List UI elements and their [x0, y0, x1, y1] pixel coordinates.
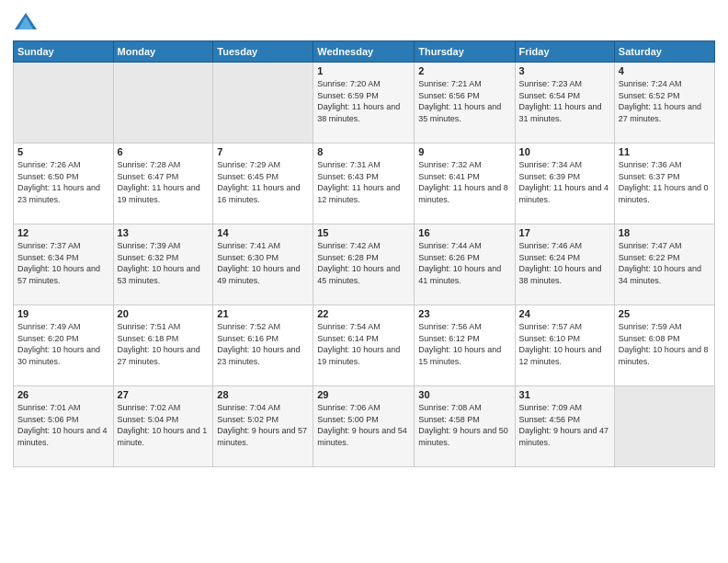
day-number: 12 — [17, 227, 109, 238]
day-number: 26 — [17, 389, 109, 400]
calendar-cell: 29Sunrise: 7:06 AM Sunset: 5:00 PM Dayli… — [313, 386, 415, 467]
calendar-cell: 21Sunrise: 7:52 AM Sunset: 6:16 PM Dayli… — [213, 305, 313, 386]
calendar-cell: 6Sunrise: 7:28 AM Sunset: 6:47 PM Daylig… — [113, 144, 213, 224]
calendar-cell: 16Sunrise: 7:44 AM Sunset: 6:26 PM Dayli… — [415, 224, 515, 305]
day-info: Sunrise: 7:34 AM Sunset: 6:39 PM Dayligh… — [519, 159, 610, 205]
column-header-tuesday: Tuesday — [213, 41, 313, 63]
day-number: 31 — [519, 389, 610, 400]
day-info: Sunrise: 7:56 AM Sunset: 6:12 PM Dayligh… — [418, 321, 510, 367]
day-number: 8 — [317, 146, 410, 157]
day-info: Sunrise: 7:57 AM Sunset: 6:10 PM Dayligh… — [519, 321, 610, 367]
calendar: SundayMondayTuesdayWednesdayThursdayFrid… — [13, 40, 715, 467]
header — [13, 9, 715, 35]
day-number: 17 — [519, 227, 610, 238]
day-number: 14 — [217, 227, 309, 238]
day-info: Sunrise: 7:20 AM Sunset: 6:59 PM Dayligh… — [317, 78, 410, 124]
logo-icon — [13, 9, 39, 35]
calendar-cell: 26Sunrise: 7:01 AM Sunset: 5:06 PM Dayli… — [14, 386, 114, 467]
calendar-cell: 9Sunrise: 7:32 AM Sunset: 6:41 PM Daylig… — [415, 144, 515, 224]
calendar-week-3: 12Sunrise: 7:37 AM Sunset: 6:34 PM Dayli… — [14, 224, 715, 305]
day-info: Sunrise: 7:41 AM Sunset: 6:30 PM Dayligh… — [217, 240, 309, 286]
calendar-cell: 12Sunrise: 7:37 AM Sunset: 6:34 PM Dayli… — [14, 224, 114, 305]
calendar-cell: 27Sunrise: 7:02 AM Sunset: 5:04 PM Dayli… — [113, 386, 213, 467]
day-number: 28 — [217, 389, 309, 400]
day-number: 2 — [418, 65, 510, 76]
calendar-cell: 17Sunrise: 7:46 AM Sunset: 6:24 PM Dayli… — [515, 224, 614, 305]
calendar-cell: 22Sunrise: 7:54 AM Sunset: 6:14 PM Dayli… — [313, 305, 415, 386]
calendar-cell: 14Sunrise: 7:41 AM Sunset: 6:30 PM Dayli… — [213, 224, 313, 305]
calendar-cell: 30Sunrise: 7:08 AM Sunset: 4:58 PM Dayli… — [415, 386, 515, 467]
day-info: Sunrise: 7:02 AM Sunset: 5:04 PM Dayligh… — [118, 402, 210, 448]
calendar-cell: 15Sunrise: 7:42 AM Sunset: 6:28 PM Dayli… — [313, 224, 415, 305]
day-number: 4 — [619, 65, 711, 76]
day-info: Sunrise: 7:29 AM Sunset: 6:45 PM Dayligh… — [217, 159, 309, 205]
column-header-friday: Friday — [515, 41, 614, 63]
day-number: 29 — [317, 389, 410, 400]
column-header-monday: Monday — [113, 41, 213, 63]
day-info: Sunrise: 7:37 AM Sunset: 6:34 PM Dayligh… — [17, 240, 109, 286]
calendar-week-1: 1Sunrise: 7:20 AM Sunset: 6:59 PM Daylig… — [14, 63, 715, 144]
column-header-saturday: Saturday — [614, 41, 714, 63]
calendar-cell: 31Sunrise: 7:09 AM Sunset: 4:56 PM Dayli… — [515, 386, 614, 467]
calendar-cell: 23Sunrise: 7:56 AM Sunset: 6:12 PM Dayli… — [415, 305, 515, 386]
column-header-sunday: Sunday — [14, 41, 114, 63]
day-info: Sunrise: 7:28 AM Sunset: 6:47 PM Dayligh… — [118, 159, 210, 205]
day-number: 25 — [619, 308, 711, 319]
day-info: Sunrise: 7:49 AM Sunset: 6:20 PM Dayligh… — [17, 321, 109, 367]
day-number: 22 — [317, 308, 410, 319]
day-number: 11 — [619, 146, 711, 157]
day-number: 6 — [118, 146, 210, 157]
calendar-week-2: 5Sunrise: 7:26 AM Sunset: 6:50 PM Daylig… — [14, 144, 715, 224]
day-number: 7 — [217, 146, 309, 157]
day-number: 9 — [418, 146, 510, 157]
calendar-cell: 5Sunrise: 7:26 AM Sunset: 6:50 PM Daylig… — [14, 144, 114, 224]
calendar-cell — [113, 63, 213, 144]
logo — [13, 9, 42, 35]
day-info: Sunrise: 7:08 AM Sunset: 4:58 PM Dayligh… — [418, 402, 510, 448]
day-info: Sunrise: 7:46 AM Sunset: 6:24 PM Dayligh… — [519, 240, 610, 286]
calendar-week-4: 19Sunrise: 7:49 AM Sunset: 6:20 PM Dayli… — [14, 305, 715, 386]
day-info: Sunrise: 7:26 AM Sunset: 6:50 PM Dayligh… — [17, 159, 109, 205]
calendar-cell: 7Sunrise: 7:29 AM Sunset: 6:45 PM Daylig… — [213, 144, 313, 224]
calendar-week-5: 26Sunrise: 7:01 AM Sunset: 5:06 PM Dayli… — [14, 386, 715, 467]
day-info: Sunrise: 7:51 AM Sunset: 6:18 PM Dayligh… — [118, 321, 210, 367]
day-info: Sunrise: 7:42 AM Sunset: 6:28 PM Dayligh… — [317, 240, 410, 286]
day-info: Sunrise: 7:36 AM Sunset: 6:37 PM Dayligh… — [619, 159, 711, 205]
calendar-cell: 24Sunrise: 7:57 AM Sunset: 6:10 PM Dayli… — [515, 305, 614, 386]
day-info: Sunrise: 7:06 AM Sunset: 5:00 PM Dayligh… — [317, 402, 410, 448]
day-info: Sunrise: 7:21 AM Sunset: 6:56 PM Dayligh… — [418, 78, 510, 124]
day-number: 3 — [519, 65, 610, 76]
day-number: 19 — [17, 308, 109, 319]
day-info: Sunrise: 7:23 AM Sunset: 6:54 PM Dayligh… — [519, 78, 610, 124]
calendar-cell — [14, 63, 114, 144]
day-info: Sunrise: 7:54 AM Sunset: 6:14 PM Dayligh… — [317, 321, 410, 367]
day-info: Sunrise: 7:01 AM Sunset: 5:06 PM Dayligh… — [17, 402, 109, 448]
calendar-cell — [614, 386, 714, 467]
day-number: 20 — [118, 308, 210, 319]
calendar-cell: 19Sunrise: 7:49 AM Sunset: 6:20 PM Dayli… — [14, 305, 114, 386]
calendar-cell: 18Sunrise: 7:47 AM Sunset: 6:22 PM Dayli… — [614, 224, 714, 305]
day-number: 5 — [17, 146, 109, 157]
day-number: 1 — [317, 65, 410, 76]
day-number: 13 — [118, 227, 210, 238]
day-info: Sunrise: 7:09 AM Sunset: 4:56 PM Dayligh… — [519, 402, 610, 448]
calendar-cell: 2Sunrise: 7:21 AM Sunset: 6:56 PM Daylig… — [415, 63, 515, 144]
day-info: Sunrise: 7:59 AM Sunset: 6:08 PM Dayligh… — [619, 321, 711, 367]
calendar-cell: 4Sunrise: 7:24 AM Sunset: 6:52 PM Daylig… — [614, 63, 714, 144]
calendar-cell: 25Sunrise: 7:59 AM Sunset: 6:08 PM Dayli… — [614, 305, 714, 386]
day-info: Sunrise: 7:04 AM Sunset: 5:02 PM Dayligh… — [217, 402, 309, 448]
page: SundayMondayTuesdayWednesdayThursdayFrid… — [0, 0, 728, 563]
calendar-cell: 20Sunrise: 7:51 AM Sunset: 6:18 PM Dayli… — [113, 305, 213, 386]
day-info: Sunrise: 7:31 AM Sunset: 6:43 PM Dayligh… — [317, 159, 410, 205]
day-number: 24 — [519, 308, 610, 319]
day-number: 21 — [217, 308, 309, 319]
day-info: Sunrise: 7:47 AM Sunset: 6:22 PM Dayligh… — [619, 240, 711, 286]
calendar-cell: 3Sunrise: 7:23 AM Sunset: 6:54 PM Daylig… — [515, 63, 614, 144]
day-info: Sunrise: 7:32 AM Sunset: 6:41 PM Dayligh… — [418, 159, 510, 205]
day-info: Sunrise: 7:24 AM Sunset: 6:52 PM Dayligh… — [619, 78, 711, 124]
day-number: 23 — [418, 308, 510, 319]
calendar-cell: 10Sunrise: 7:34 AM Sunset: 6:39 PM Dayli… — [515, 144, 614, 224]
column-header-wednesday: Wednesday — [313, 41, 415, 63]
day-info: Sunrise: 7:39 AM Sunset: 6:32 PM Dayligh… — [118, 240, 210, 286]
column-header-thursday: Thursday — [415, 41, 515, 63]
